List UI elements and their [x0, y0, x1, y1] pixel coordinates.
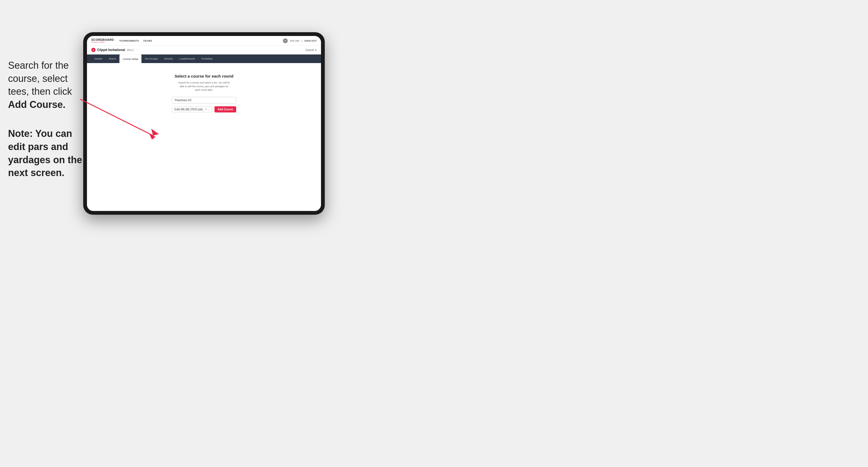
tee-select-row: Gold (M) (M) (7010 yds) ✕ ⌄ Add Course [172, 106, 236, 113]
cancel-icon: ✕ [315, 49, 317, 52]
user-name: Test User [290, 39, 300, 42]
tee-selector-value: Gold (M) (M) (7010 yds) [174, 108, 205, 111]
nav-tournaments[interactable]: TOURNAMENTS [119, 39, 139, 42]
instruction-line1: Search for the [8, 60, 69, 71]
note-line3: yardages on the [8, 154, 82, 165]
tablet-frame: SCOREBOARD Powered by clippd TOURNAMENTS… [83, 32, 325, 215]
tee-arrow-icon[interactable]: ⌄ [208, 108, 210, 111]
cancel-button[interactable]: Cancel ✕ [305, 49, 317, 52]
nav-right: U Test User | Sign out [283, 38, 317, 43]
add-course-button[interactable]: Add Course [214, 106, 236, 113]
tab-tee-groups[interactable]: Tee Groups [142, 55, 161, 63]
tab-details[interactable]: Details [91, 55, 105, 63]
tournament-name: Clippd Invitational [97, 48, 125, 52]
course-search-input[interactable] [172, 97, 236, 103]
instruction-line2: course, select [8, 73, 68, 84]
nav-links: TOURNAMENTS TEAMS [119, 39, 152, 42]
nav-left: SCOREBOARD Powered by clippd TOURNAMENTS… [91, 38, 152, 43]
tee-selector-container[interactable]: Gold (M) (M) (7010 yds) ✕ ⌄ [172, 106, 212, 112]
tab-leaderboards[interactable]: Leaderboards [176, 55, 198, 63]
tab-results[interactable]: Results [161, 55, 176, 63]
main-content: Select a course for each round Search fo… [87, 63, 321, 211]
logo: SCOREBOARD Powered by clippd [91, 38, 114, 43]
tournament-tag: (Men) [127, 49, 134, 52]
cancel-label: Cancel [305, 49, 314, 52]
nav-separator: | [302, 39, 302, 42]
section-description: Search for a course and select a tee. Yo… [177, 81, 231, 92]
tabs-bar: Details Teams Course Setup Tee Groups Re… [87, 55, 321, 63]
logo-subtitle: Powered by clippd [91, 41, 114, 43]
tournament-header: C Clippd Invitational (Men) Cancel ✕ [87, 45, 321, 55]
note-line2: edit pars and [8, 141, 68, 152]
section-title: Select a course for each round [175, 74, 233, 79]
tee-clear-icon[interactable]: ✕ [205, 108, 207, 111]
tablet-screen: SCOREBOARD Powered by clippd TOURNAMENTS… [87, 36, 321, 211]
tournament-title: C Clippd Invitational (Men) [91, 48, 134, 52]
course-search-wrapper [172, 97, 236, 103]
tab-teams[interactable]: Teams [105, 55, 119, 63]
tournament-icon: C [91, 48, 96, 52]
tee-selector-icons: ✕ ⌄ [205, 108, 210, 111]
nav-teams[interactable]: TEAMS [143, 39, 152, 42]
user-avatar: U [283, 38, 288, 43]
note-line1: Note: You can [8, 128, 72, 139]
top-nav: SCOREBOARD Powered by clippd TOURNAMENTS… [87, 36, 321, 45]
instruction-panel: Search for the course, select tees, then… [8, 59, 86, 180]
sign-out-link[interactable]: Sign out [304, 39, 317, 42]
note-line4: next screen. [8, 167, 64, 178]
tab-course-setup[interactable]: Course Setup [119, 55, 142, 63]
instruction-line4-bold: Add Course. [8, 99, 65, 110]
instruction-line3: tees, then click [8, 86, 72, 97]
tab-printables[interactable]: Printables [198, 55, 216, 63]
logo-title: SCOREBOARD [91, 38, 114, 41]
